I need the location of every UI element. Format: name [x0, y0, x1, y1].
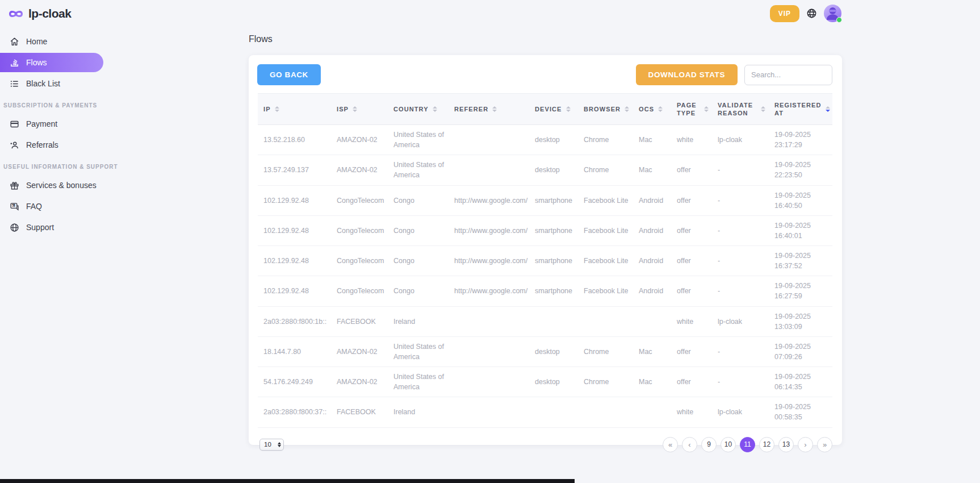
cell-country: Congo: [388, 185, 449, 215]
sort-icon: [433, 106, 437, 112]
flows-table: IP ISP COUNTRY REFERER DEVICE BROWSER OC…: [258, 93, 832, 428]
cell-registered-at: 19-09-2025 16:40:50: [769, 185, 832, 215]
gift-icon: [10, 181, 19, 190]
sidebar-item-home[interactable]: Home: [0, 32, 103, 51]
cell-page-type: white: [671, 125, 712, 155]
cell-ocs: Mac: [633, 155, 671, 185]
download-stats-button[interactable]: DOWNLOAD STATS: [636, 64, 738, 85]
brand-logo[interactable]: lp-cloak: [0, 0, 103, 32]
first-page-button[interactable]: «: [663, 437, 678, 452]
sidebar-item-payment[interactable]: Payment: [0, 114, 103, 134]
column-header-registered-at[interactable]: REGISTERED AT: [769, 94, 832, 125]
sidebar-item-faq[interactable]: ?! FAQ: [0, 197, 103, 216]
cell-ip: 13.57.249.137: [258, 155, 331, 185]
cell-country: United States of America: [388, 336, 449, 367]
cell-browser: Facebook Lite: [578, 246, 633, 276]
bottom-dock-edge: [0, 479, 575, 483]
cell-browser: [578, 397, 633, 427]
table-header-row: IP ISP COUNTRY REFERER DEVICE BROWSER OC…: [258, 94, 832, 125]
column-header-page-type[interactable]: PAGE TYPE: [671, 94, 712, 125]
cell-page-type: offer: [671, 215, 712, 245]
table-row: 13.57.249.137AMAZON-02United States of A…: [258, 155, 832, 185]
column-header-ocs[interactable]: OCS: [633, 94, 671, 125]
sort-icon: [492, 106, 497, 112]
sidebar-item-referrals[interactable]: Referrals: [0, 135, 103, 155]
sidebar-item-label: Payment: [26, 119, 57, 128]
go-back-button[interactable]: GO BACK: [257, 64, 321, 85]
cell-isp: FACEBOOK: [331, 306, 388, 336]
cell-registered-at: 19-09-2025 23:17:29: [769, 125, 832, 155]
column-header-isp[interactable]: ISP: [331, 94, 388, 125]
language-globe-button[interactable]: [806, 8, 817, 19]
column-header-device[interactable]: DEVICE: [529, 94, 578, 125]
cell-validate-reason: lp-cloak: [712, 125, 769, 155]
prev-page-button[interactable]: ‹: [682, 437, 697, 452]
cell-device: smartphone: [529, 246, 578, 276]
card-footer: 10 « ‹ 9 10 11 12 13 › »: [249, 428, 842, 452]
column-header-ip[interactable]: IP: [258, 94, 331, 125]
cell-ocs: Mac: [633, 125, 671, 155]
sort-icon: [658, 106, 663, 112]
referrals-icon: [10, 140, 19, 150]
column-header-country[interactable]: COUNTRY: [388, 94, 449, 125]
column-header-referer[interactable]: REFERER: [449, 94, 529, 125]
cell-referer: http://www.google.com/: [449, 185, 529, 215]
page-button-9[interactable]: 9: [701, 437, 717, 452]
sidebar-item-label: FAQ: [26, 202, 42, 211]
table-row: 54.176.249.249AMAZON-02United States of …: [258, 367, 832, 397]
globe-icon: [806, 8, 817, 19]
cell-country: Ireland: [388, 397, 449, 427]
column-header-browser[interactable]: BROWSER: [578, 94, 633, 125]
user-avatar[interactable]: [824, 5, 841, 22]
cell-device: desktop: [529, 336, 578, 367]
cell-registered-at: 19-09-2025 16:27:59: [769, 276, 832, 306]
faq-icon: ?!: [10, 202, 19, 211]
cell-registered-at: 19-09-2025 13:03:09: [769, 306, 832, 336]
cell-validate-reason: lp-cloak: [712, 397, 769, 427]
brand-name: lp-cloak: [28, 7, 71, 20]
cell-registered-at: 19-09-2025 07:09:26: [769, 336, 832, 367]
cell-device: smartphone: [529, 185, 578, 215]
cell-referer: [449, 125, 529, 155]
sidebar-item-flows[interactable]: Flows: [0, 53, 103, 72]
page-button-10[interactable]: 10: [721, 437, 736, 452]
cell-validate-reason: -: [712, 185, 769, 215]
page-size-select[interactable]: 10: [259, 439, 284, 451]
svg-text:?!: ?!: [12, 203, 15, 207]
flows-icon: [10, 58, 19, 68]
cell-country: Congo: [388, 215, 449, 245]
sidebar-item-black-list[interactable]: Black List: [0, 74, 103, 93]
page-button-12[interactable]: 12: [759, 437, 774, 452]
cell-validate-reason: -: [712, 276, 769, 306]
cell-page-type: white: [671, 306, 712, 336]
table-row: 102.129.92.48CongoTelecomCongohttp://www…: [258, 185, 832, 215]
page-button-11-active[interactable]: 11: [740, 437, 755, 452]
cell-device: smartphone: [529, 215, 578, 245]
cell-referer: [449, 155, 529, 185]
topbar: VIP: [770, 5, 841, 22]
sidebar-item-services-bonuses[interactable]: Services & bonuses: [0, 176, 103, 195]
sidebar-item-support[interactable]: Support: [0, 218, 103, 237]
last-page-button[interactable]: »: [817, 437, 832, 452]
blacklist-icon: [10, 79, 19, 89]
cell-registered-at: 19-09-2025 22:23:50: [769, 155, 832, 185]
cell-isp: AMAZON-02: [331, 155, 388, 185]
cell-country: Ireland: [388, 306, 449, 336]
sidebar-item-label: Home: [26, 37, 47, 46]
cell-ip: 102.129.92.48: [258, 185, 331, 215]
cell-isp: FACEBOOK: [331, 397, 388, 427]
page-title: Flows: [249, 34, 273, 44]
cell-ocs: Android: [633, 246, 671, 276]
column-header-validate-reason[interactable]: VALIDATE REASON: [712, 94, 769, 125]
cell-isp: AMAZON-02: [331, 336, 388, 367]
vip-button[interactable]: VIP: [770, 5, 799, 22]
search-input[interactable]: [744, 65, 832, 85]
sidebar-item-label: Flows: [26, 58, 47, 67]
next-page-button[interactable]: ›: [798, 437, 813, 452]
cell-referer: http://www.google.com/: [449, 246, 529, 276]
cell-page-type: offer: [671, 246, 712, 276]
page-button-13[interactable]: 13: [778, 437, 794, 452]
cell-ip: 2a03:2880:f800:1b::: [258, 306, 331, 336]
sidebar-item-label: Referrals: [26, 140, 58, 149]
cell-validate-reason: -: [712, 215, 769, 245]
